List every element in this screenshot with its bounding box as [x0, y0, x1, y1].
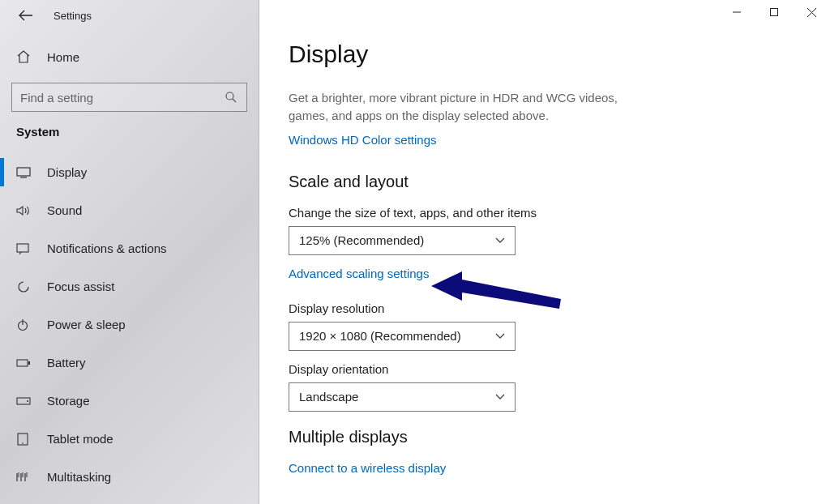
chevron-down-icon [495, 237, 505, 244]
scale-dropdown[interactable]: 125% (Recommended) [289, 226, 516, 255]
chevron-down-icon [495, 394, 505, 400]
titlebar-title: Settings [53, 10, 92, 22]
svg-line-5 [233, 99, 236, 102]
sidebar-home-label: Home [47, 50, 79, 64]
sidebar-item-display[interactable]: Display [0, 153, 259, 191]
multitask-icon [16, 472, 37, 483]
svg-rect-8 [17, 244, 28, 252]
sidebar-item-notifications[interactable]: Notifications & actions [0, 229, 259, 267]
power-icon [16, 318, 37, 331]
svg-point-4 [226, 92, 233, 100]
svg-rect-11 [17, 360, 28, 366]
search-icon [224, 91, 238, 104]
svg-rect-6 [17, 168, 30, 176]
svg-rect-12 [28, 361, 30, 365]
sidebar-item-tablet[interactable]: Tablet mode [0, 420, 259, 458]
multi-display-heading: Multiple displays [289, 428, 801, 446]
svg-point-16 [22, 442, 24, 444]
sidebar-item-label: Display [47, 165, 87, 179]
sidebar-item-label: Sound [47, 203, 82, 217]
resolution-dropdown[interactable]: 1920 × 1080 (Recommended) [289, 322, 516, 351]
orientation-label: Display orientation [289, 362, 801, 376]
sound-icon [16, 204, 37, 217]
sidebar-item-label: Focus assist [47, 280, 114, 293]
hdr-color-settings-link[interactable]: Windows HD Color settings [289, 133, 437, 147]
tablet-icon [16, 433, 37, 446]
back-button[interactable] [15, 4, 37, 27]
page-title: Display [289, 41, 801, 68]
search-input[interactable] [20, 91, 224, 105]
sidebar-section-title: System [0, 125, 259, 139]
sidebar-item-label: Multitasking [47, 470, 111, 484]
scale-dropdown-value: 125% (Recommended) [299, 233, 424, 247]
battery-icon [16, 358, 37, 368]
titlebar: Settings [0, 0, 259, 31]
sidebar-item-label: Storage [47, 394, 90, 408]
sidebar-item-multitasking[interactable]: Multitasking [0, 458, 259, 496]
wireless-display-link[interactable]: Connect to a wireless display [289, 461, 446, 475]
scale-label: Change the size of text, apps, and other… [289, 206, 801, 220]
display-icon [16, 167, 37, 178]
search-box[interactable] [11, 83, 247, 112]
resolution-dropdown-value: 1920 × 1080 (Recommended) [299, 329, 461, 343]
home-icon [16, 49, 37, 64]
content-pane: Display Get a brighter, more vibrant pic… [259, 0, 830, 504]
sidebar-nav: Display Sound Notifications & actions Fo… [0, 153, 259, 496]
sidebar-item-label: Battery [47, 356, 86, 369]
hdr-subtext: Get a brighter, more vibrant picture in … [289, 89, 629, 125]
advanced-scaling-link[interactable]: Advanced scaling settings [289, 267, 429, 280]
sidebar-item-sound[interactable]: Sound [0, 191, 259, 229]
sidebar-item-label: Notifications & actions [47, 241, 167, 255]
notifications-icon [16, 243, 37, 254]
sidebar-item-label: Tablet mode [47, 432, 113, 446]
storage-icon [16, 397, 37, 405]
sidebar-home[interactable]: Home [0, 39, 259, 75]
scale-section-heading: Scale and layout [289, 173, 801, 191]
sidebar-item-label: Power & sleep [47, 318, 126, 331]
orientation-dropdown-value: Landscape [299, 390, 358, 404]
focus-icon [16, 280, 37, 294]
resolution-label: Display resolution [289, 301, 801, 315]
sidebar-item-focus[interactable]: Focus assist [0, 267, 259, 305]
sidebar-item-storage[interactable]: Storage [0, 382, 259, 420]
sidebar-item-battery[interactable]: Battery [0, 344, 259, 382]
sidebar-item-power[interactable]: Power & sleep [0, 305, 259, 344]
svg-point-14 [27, 400, 28, 402]
chevron-down-icon [495, 333, 505, 340]
orientation-dropdown[interactable]: Landscape [289, 382, 516, 412]
sidebar: Settings Home System Display [0, 0, 259, 504]
